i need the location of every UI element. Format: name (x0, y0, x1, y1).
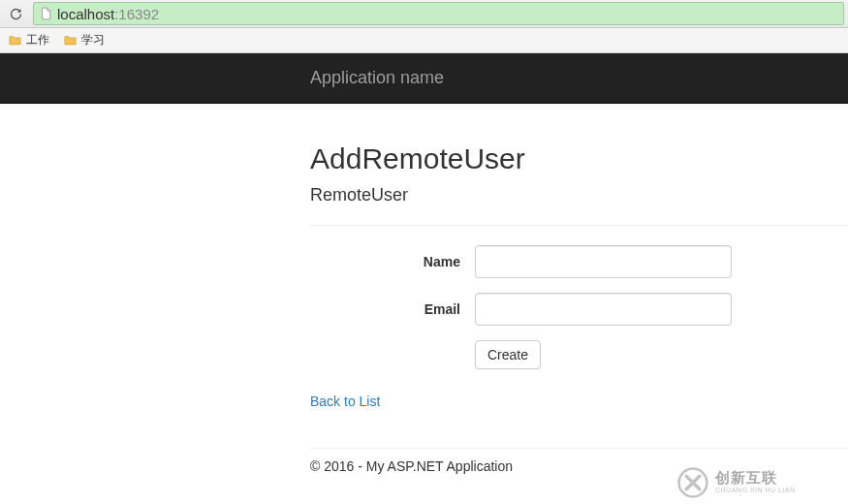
watermark-en: CHUANG XIN HU LIAN (715, 487, 796, 494)
divider (310, 225, 848, 226)
create-button[interactable]: Create (475, 340, 541, 369)
page-subtitle: RemoteUser (310, 185, 848, 205)
browser-address-bar: localhost:16392 (0, 0, 848, 28)
reload-button[interactable] (4, 2, 27, 25)
bookmark-item-work[interactable]: 工作 (8, 32, 49, 48)
navbar: Application name (0, 53, 848, 104)
form-group-email: Email (310, 293, 848, 326)
email-label: Email (310, 301, 475, 317)
folder-icon (63, 33, 78, 47)
main-container: AddRemoteUser RemoteUser Name Email Crea… (310, 104, 848, 474)
folder-icon (8, 33, 22, 47)
page-icon (39, 7, 52, 20)
watermark-logo-icon (676, 466, 709, 499)
bookmark-label: 工作 (26, 32, 49, 48)
watermark: 创新互联 CHUANG XIN HU LIAN (669, 460, 848, 504)
bookmark-item-study[interactable]: 学习 (63, 32, 105, 48)
reload-icon (9, 7, 23, 21)
watermark-cn: 创新互联 (715, 470, 796, 487)
bookmark-label: 学习 (81, 32, 105, 48)
email-input[interactable] (475, 293, 732, 326)
address-text: localhost:16392 (57, 6, 159, 22)
address-field[interactable]: localhost:16392 (33, 2, 844, 25)
page-title: AddRemoteUser (310, 142, 848, 175)
name-input[interactable] (475, 245, 732, 278)
navbar-brand[interactable]: Application name (310, 53, 458, 103)
footer-divider (310, 448, 848, 449)
form-group-name: Name (310, 245, 848, 278)
name-label: Name (310, 254, 475, 269)
bookmark-bar: 工作 学习 (0, 28, 848, 53)
back-to-list-link[interactable]: Back to List (310, 394, 380, 409)
submit-row: Create (475, 340, 848, 369)
